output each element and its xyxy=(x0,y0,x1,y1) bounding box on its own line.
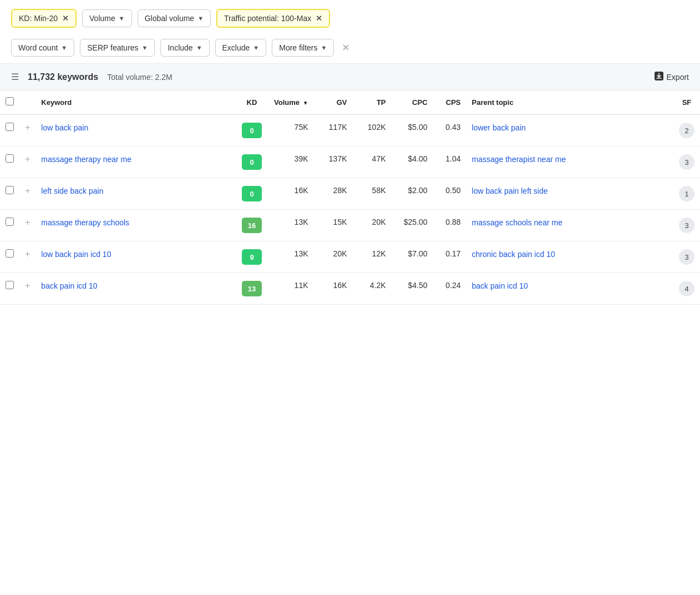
row-checkbox-1[interactable] xyxy=(6,154,14,163)
kd-cell: 9 xyxy=(235,241,268,273)
global-volume-filter-arrow: ▼ xyxy=(197,15,204,22)
volume-cell: 13K xyxy=(268,241,314,273)
serp-features-arrow: ▼ xyxy=(142,44,148,51)
sf-cell: 3 xyxy=(673,210,700,241)
kd-cell: 0 xyxy=(235,114,268,147)
keyword-link[interactable]: massage therapy near me xyxy=(41,155,131,164)
clear-filters-button[interactable]: ✕ xyxy=(342,42,350,54)
volume-col-header[interactable]: Volume ▼ xyxy=(268,90,314,114)
gv-cell: 117K xyxy=(314,114,353,147)
volume-filter-arrow: ▼ xyxy=(119,15,125,22)
row-checkbox-3[interactable] xyxy=(6,218,14,226)
row-checkbox-cell[interactable] xyxy=(0,210,19,241)
keyword-link[interactable]: back pain icd 10 xyxy=(41,281,97,290)
serp-features-filter-btn[interactable]: SERP features ▼ xyxy=(80,39,155,57)
row-add-cell[interactable]: + xyxy=(19,273,35,305)
more-filters-btn[interactable]: More filters ▼ xyxy=(272,39,334,57)
keyword-link[interactable]: massage therapy schools xyxy=(41,218,129,227)
cpc-cell: $2.00 xyxy=(392,178,433,210)
kd-badge: 0 xyxy=(242,123,262,138)
cpc-cell: $4.00 xyxy=(392,147,433,178)
add-keyword-icon[interactable]: + xyxy=(25,281,30,290)
row-add-cell[interactable]: + xyxy=(19,241,35,273)
tp-cell: 4.2K xyxy=(353,273,392,305)
cpc-cell: $5.00 xyxy=(392,114,433,147)
parent-topic-link[interactable]: massage schools near me xyxy=(472,218,562,227)
hamburger-icon[interactable]: ☰ xyxy=(11,72,19,82)
kd-filter-close[interactable]: ✕ xyxy=(62,14,69,23)
volume-filter-chip[interactable]: Volume ▼ xyxy=(82,9,132,27)
add-keyword-icon[interactable]: + xyxy=(25,123,30,132)
exclude-filter-btn[interactable]: Exclude ▼ xyxy=(215,39,267,57)
add-keyword-icon[interactable]: + xyxy=(25,218,30,227)
select-all-header[interactable] xyxy=(0,90,19,114)
row-add-cell[interactable]: + xyxy=(19,147,35,178)
sf-cell: 4 xyxy=(673,273,700,305)
sf-col-header: SF xyxy=(673,90,700,114)
global-volume-filter-chip[interactable]: Global volume ▼ xyxy=(138,9,211,27)
add-keyword-icon[interactable]: + xyxy=(25,249,30,259)
row-checkbox-2[interactable] xyxy=(6,186,14,194)
row-checkbox-cell[interactable] xyxy=(0,273,19,305)
parent-topic-link[interactable]: chronic back pain icd 10 xyxy=(472,250,555,259)
gv-col-header: GV xyxy=(314,90,353,114)
table-row: + massage therapy near me 0 39K 137K 47K… xyxy=(0,147,700,178)
export-button[interactable]: Export xyxy=(655,72,689,82)
table-row: + low back pain icd 10 9 13K 20K 12K $7.… xyxy=(0,241,700,273)
row-add-cell[interactable]: + xyxy=(19,178,35,210)
row-checkbox-5[interactable] xyxy=(6,281,14,289)
traffic-potential-filter-close[interactable]: ✕ xyxy=(316,14,322,23)
word-count-arrow: ▼ xyxy=(61,44,67,51)
row-checkbox-cell[interactable] xyxy=(0,241,19,273)
keywords-table: Keyword KD Volume ▼ GV TP CPC CPS Pare xyxy=(0,90,700,305)
parent-topic-link[interactable]: low back pain left side xyxy=(472,186,548,195)
sf-badge: 3 xyxy=(679,249,694,265)
kd-cell: 16 xyxy=(235,210,268,241)
cps-cell: 0.50 xyxy=(433,178,466,210)
traffic-potential-filter-chip[interactable]: Traffic potential: 100-Max ✕ xyxy=(216,9,330,28)
kd-col-header: KD xyxy=(235,90,268,114)
tp-cell: 102K xyxy=(353,114,392,147)
kd-filter-label: KD: Min-20 xyxy=(19,14,58,23)
table-header-row: Keyword KD Volume ▼ GV TP CPC CPS Pare xyxy=(0,90,700,114)
parent-topic-cell: low back pain left side xyxy=(466,178,673,210)
keyword-link[interactable]: low back pain icd 10 xyxy=(41,250,111,259)
kd-badge: 0 xyxy=(242,154,262,170)
add-keyword-icon[interactable]: + xyxy=(25,186,30,195)
word-count-filter-btn[interactable]: Word count ▼ xyxy=(11,39,74,57)
kd-filter-chip[interactable]: KD: Min-20 ✕ xyxy=(11,9,77,28)
total-volume: Total volume: 2.2M xyxy=(107,73,173,82)
kd-badge: 0 xyxy=(242,186,262,201)
gv-cell: 28K xyxy=(314,178,353,210)
add-keyword-icon[interactable]: + xyxy=(25,154,30,164)
row-checkbox-0[interactable] xyxy=(6,123,14,131)
keyword-link[interactable]: left side back pain xyxy=(41,186,103,195)
parent-topic-link[interactable]: back pain icd 10 xyxy=(472,281,528,290)
row-checkbox-cell[interactable] xyxy=(0,114,19,147)
cpc-col-header: CPC xyxy=(392,90,433,114)
include-filter-btn[interactable]: Include ▼ xyxy=(160,39,209,57)
sf-badge: 3 xyxy=(679,154,694,170)
cps-col-header: CPS xyxy=(433,90,466,114)
keyword-cell: low back pain icd 10 xyxy=(35,241,235,273)
select-all-checkbox[interactable] xyxy=(6,97,14,105)
kd-cell: 0 xyxy=(235,147,268,178)
row-add-cell[interactable]: + xyxy=(19,114,35,147)
gv-cell: 15K xyxy=(314,210,353,241)
parent-topic-link[interactable]: lower back pain xyxy=(472,123,526,132)
sf-cell: 3 xyxy=(673,147,700,178)
more-filters-arrow: ▼ xyxy=(321,44,327,51)
row-checkbox-4[interactable] xyxy=(6,249,14,258)
cpc-cell: $4.50 xyxy=(392,273,433,305)
row-checkbox-cell[interactable] xyxy=(0,178,19,210)
keyword-cell: massage therapy near me xyxy=(35,147,235,178)
filter-bar-bottom: Word count ▼ SERP features ▼ Include ▼ E… xyxy=(0,34,700,63)
parent-topic-link[interactable]: massage therapist near me xyxy=(472,155,566,164)
volume-cell: 11K xyxy=(268,273,314,305)
tp-cell: 12K xyxy=(353,241,392,273)
exclude-arrow: ▼ xyxy=(253,44,259,51)
tp-cell: 47K xyxy=(353,147,392,178)
keyword-link[interactable]: low back pain xyxy=(41,123,88,132)
row-add-cell[interactable]: + xyxy=(19,210,35,241)
row-checkbox-cell[interactable] xyxy=(0,147,19,178)
